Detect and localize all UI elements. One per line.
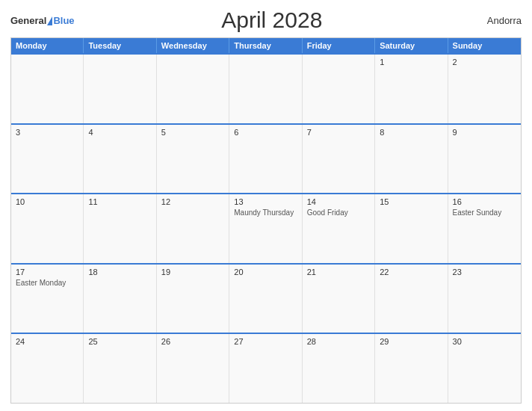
weekday-header-sunday: Sunday	[448, 38, 521, 53]
day-number: 21	[307, 268, 370, 276]
calendar-cell-week3-day5: 14Good Friday	[303, 194, 375, 263]
weekday-header-tuesday: Tuesday	[84, 38, 156, 53]
logo-general-text: General	[10, 16, 46, 25]
weekday-header-thursday: Thursday	[229, 38, 302, 53]
calendar-cell-week4-day4: 20	[229, 265, 302, 333]
calendar-cell-week5-day6: 29	[375, 334, 448, 403]
day-number: 4	[88, 128, 151, 137]
calendar-cell-week2-day2: 4	[84, 125, 156, 194]
month-title: April 2028	[75, 7, 469, 33]
calendar-cell-week5-day5: 28	[303, 334, 375, 403]
calendar-body: 12345678910111213Maundy Thursday14Good F…	[11, 53, 521, 403]
calendar-cell-week4-day6: 22	[375, 265, 448, 333]
calendar-cell-week2-day5: 7	[303, 125, 375, 194]
weekday-header-wednesday: Wednesday	[157, 38, 229, 53]
calendar-week-5: 24252627282930	[11, 333, 521, 403]
day-number: 12	[161, 197, 224, 206]
day-number: 30	[453, 337, 516, 346]
day-number: 26	[161, 337, 224, 346]
day-number: 28	[307, 337, 370, 346]
day-number: 11	[88, 197, 151, 206]
calendar-cell-week4-day2: 18	[84, 265, 156, 333]
calendar-header: MondayTuesdayWednesdayThursdayFridaySatu…	[11, 38, 521, 53]
calendar-cell-week2-day3: 5	[157, 125, 229, 194]
calendar: MondayTuesdayWednesdayThursdayFridaySatu…	[10, 37, 522, 404]
calendar-cell-week5-day2: 25	[84, 334, 156, 403]
day-number: 8	[380, 128, 442, 137]
day-event: Good Friday	[307, 208, 370, 217]
calendar-cell-week3-day6: 15	[375, 194, 448, 263]
calendar-cell-week3-day4: 13Maundy Thursday	[229, 194, 302, 263]
calendar-cell-week5-day1: 24	[11, 334, 84, 403]
calendar-cell-week2-day7: 9	[448, 125, 521, 194]
day-number: 1	[380, 58, 442, 67]
calendar-cell-week1-day7: 2	[448, 55, 521, 123]
day-number: 10	[16, 197, 78, 206]
calendar-week-2: 3456789	[11, 123, 521, 194]
calendar-cell-week2-day1: 3	[11, 125, 84, 194]
day-number: 3	[16, 128, 78, 137]
calendar-cell-week4-day5: 21	[303, 265, 375, 333]
logo-triangle-icon	[47, 16, 52, 25]
calendar-week-3: 10111213Maundy Thursday14Good Friday1516…	[11, 193, 521, 263]
calendar-cell-week3-day1: 10	[11, 194, 84, 263]
day-number: 7	[307, 128, 370, 137]
calendar-cell-week1-day2	[84, 55, 156, 123]
day-number: 6	[234, 128, 297, 137]
calendar-cell-week3-day7: 16Easter Sunday	[448, 194, 521, 263]
day-event: Easter Sunday	[453, 208, 516, 217]
day-number: 5	[161, 128, 224, 137]
calendar-cell-week1-day5	[303, 55, 375, 123]
calendar-cell-week1-day3	[157, 55, 229, 123]
calendar-cell-week3-day2: 11	[84, 194, 156, 263]
weekday-header-friday: Friday	[303, 38, 375, 53]
day-number: 9	[453, 128, 516, 137]
day-number: 14	[307, 197, 370, 206]
day-number: 27	[234, 337, 297, 346]
day-number: 19	[161, 268, 224, 276]
calendar-cell-week4-day1: 17Easter Monday	[11, 265, 84, 333]
day-number: 13	[234, 197, 297, 206]
day-number: 23	[453, 268, 516, 276]
calendar-cell-week2-day6: 8	[375, 125, 448, 194]
calendar-week-1: 12	[11, 53, 521, 123]
day-number: 2	[453, 58, 516, 67]
calendar-cell-week4-day7: 23	[448, 265, 521, 333]
calendar-page: General Blue April 2028 Andorra MondayTu…	[0, 0, 532, 411]
day-number: 17	[16, 268, 78, 276]
calendar-cell-week2-day4: 6	[229, 125, 302, 194]
calendar-week-4: 17Easter Monday181920212223	[11, 263, 521, 333]
day-number: 15	[380, 197, 442, 206]
day-number: 29	[380, 337, 442, 346]
logo: General Blue	[10, 16, 75, 25]
calendar-cell-week1-day1	[11, 55, 84, 123]
day-number: 25	[88, 337, 151, 346]
calendar-cell-week4-day3: 19	[157, 265, 229, 333]
weekday-header-monday: Monday	[11, 38, 84, 53]
day-number: 22	[380, 268, 442, 276]
calendar-cell-week5-day7: 30	[448, 334, 521, 403]
calendar-cell-week5-day4: 27	[229, 334, 302, 403]
day-event: Maundy Thursday	[234, 208, 297, 217]
day-number: 18	[88, 268, 151, 276]
day-number: 24	[16, 337, 78, 346]
logo-blue-text: Blue	[53, 16, 74, 25]
region-label: Andorra	[469, 15, 522, 26]
day-number: 16	[453, 197, 516, 206]
page-header: General Blue April 2028 Andorra	[10, 7, 522, 33]
day-event: Easter Monday	[16, 278, 78, 288]
calendar-cell-week5-day3: 26	[157, 334, 229, 403]
weekday-header-saturday: Saturday	[375, 38, 448, 53]
day-number: 20	[234, 268, 297, 276]
calendar-cell-week1-day6: 1	[375, 55, 448, 123]
calendar-cell-week1-day4	[229, 55, 302, 123]
calendar-cell-week3-day3: 12	[157, 194, 229, 263]
